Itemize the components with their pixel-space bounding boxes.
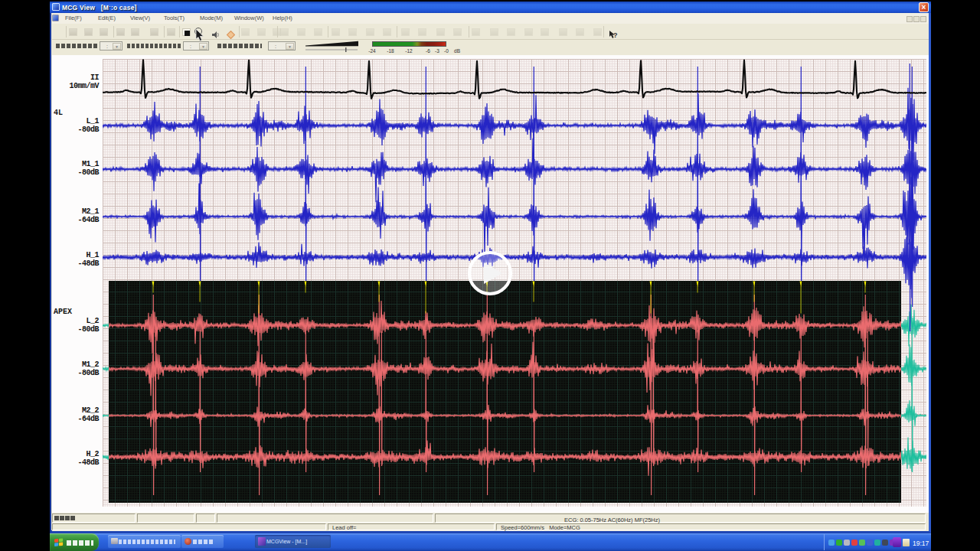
svg-text:?: ? xyxy=(613,31,618,39)
